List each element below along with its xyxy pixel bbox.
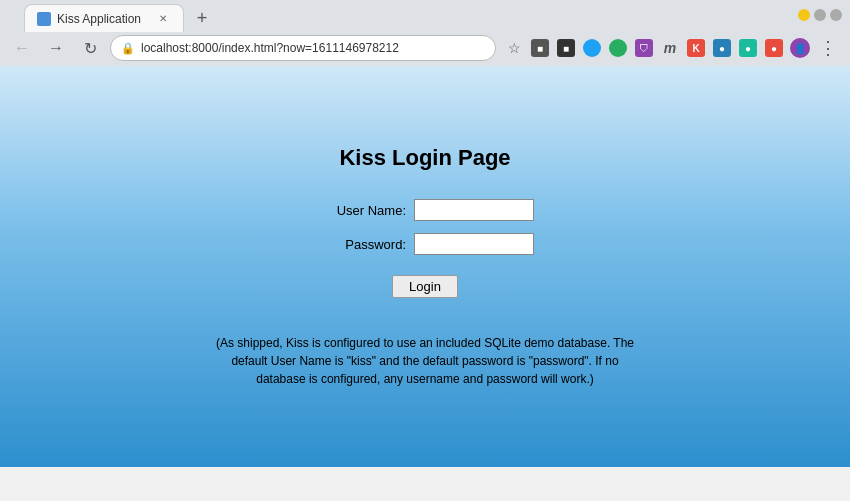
browser-menu-button[interactable]: ⋮ xyxy=(814,34,842,62)
ext-icon-shield[interactable]: ⛉ xyxy=(632,36,656,60)
avatar-icon: 👤 xyxy=(790,38,810,58)
address-bar: ← → ↻ 🔒 localhost:8000/index.html?now=16… xyxy=(0,30,850,66)
info-text: (As shipped, Kiss is configured to use a… xyxy=(215,334,635,388)
url-bar[interactable]: 🔒 localhost:8000/index.html?now=16111469… xyxy=(110,35,496,61)
password-input[interactable] xyxy=(414,233,534,255)
page-content: Kiss Login Page User Name: Password: Log… xyxy=(0,66,850,467)
page-title: Kiss Login Page xyxy=(339,145,510,171)
ext-icon-red[interactable]: ● xyxy=(762,36,786,60)
ext-icon-circle-blue[interactable] xyxy=(580,36,604,60)
login-button[interactable]: Login xyxy=(392,275,458,298)
password-label: Password: xyxy=(316,237,406,252)
toolbar-icons: ☆ ■ ■ ⛉ m K ● ● ● 👤 xyxy=(502,34,842,62)
tab-favicon xyxy=(37,12,51,26)
user-avatar[interactable]: 👤 xyxy=(788,36,812,60)
ext-icon-blue2[interactable]: ● xyxy=(736,36,760,60)
username-input[interactable] xyxy=(414,199,534,221)
ext-icon-m[interactable]: m xyxy=(658,36,682,60)
title-bar: Kiss Application ✕ + ─ □ ✕ xyxy=(0,0,850,30)
bookmark-star-icon[interactable]: ☆ xyxy=(502,36,526,60)
tab-title: Kiss Application xyxy=(57,12,149,26)
security-icon: 🔒 xyxy=(121,42,135,55)
login-container: Kiss Login Page User Name: Password: Log… xyxy=(215,145,635,388)
forward-button[interactable]: → xyxy=(42,34,70,62)
username-row: User Name: xyxy=(316,199,534,221)
ext-icon-circle-green[interactable] xyxy=(606,36,630,60)
password-row: Password: xyxy=(316,233,534,255)
maximize-button[interactable]: □ xyxy=(814,9,826,21)
ext-icon-1[interactable]: ■ xyxy=(528,36,552,60)
username-label: User Name: xyxy=(316,203,406,218)
url-text: localhost:8000/index.html?now=1611146978… xyxy=(141,41,399,55)
ext-icon-2[interactable]: ■ xyxy=(554,36,578,60)
ext-icon-k[interactable]: K xyxy=(684,36,708,60)
reload-button[interactable]: ↻ xyxy=(76,34,104,62)
minimize-button[interactable]: ─ xyxy=(798,9,810,21)
tab-close-button[interactable]: ✕ xyxy=(155,11,171,27)
new-tab-button[interactable]: + xyxy=(188,4,216,32)
back-button[interactable]: ← xyxy=(8,34,36,62)
active-tab[interactable]: Kiss Application ✕ xyxy=(24,4,184,32)
close-button[interactable]: ✕ xyxy=(830,9,842,21)
ext-icon-blue-rect[interactable]: ● xyxy=(710,36,734,60)
